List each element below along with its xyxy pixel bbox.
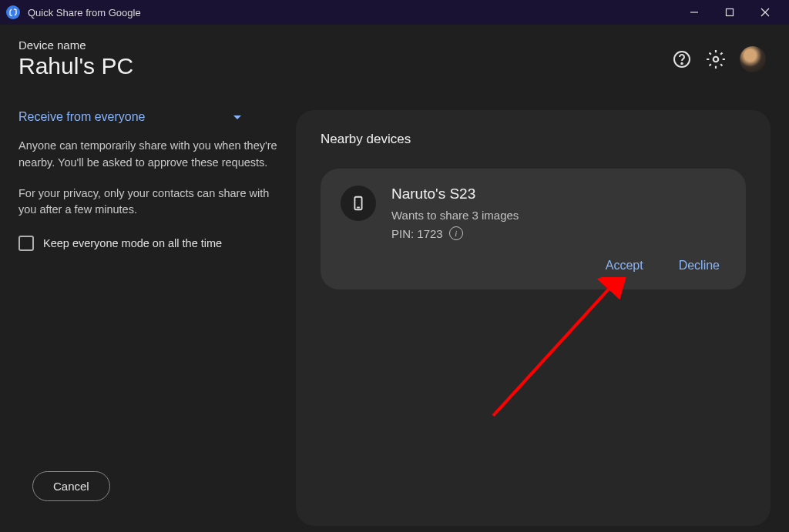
nearby-devices-panel: Nearby devices Naruto's S23 Wants to sha… [296, 110, 771, 526]
visibility-description-2: For your privacy, only your contacts can… [18, 186, 280, 219]
share-description: Wants to share 3 images [391, 209, 726, 222]
minimize-button[interactable] [677, 0, 712, 25]
device-info: Naruto's S23 Wants to share 3 images PIN… [391, 186, 726, 240]
info-icon[interactable]: i [449, 226, 463, 240]
accept-button[interactable]: Accept [599, 256, 650, 276]
window-title: Quick Share from Google [28, 7, 677, 18]
svg-rect-1 [727, 9, 734, 16]
panel-title: Nearby devices [321, 132, 746, 147]
pin-label: PIN: 1723 [391, 227, 443, 240]
window-controls [677, 0, 783, 25]
maximize-button[interactable] [712, 0, 747, 25]
avatar[interactable] [740, 46, 766, 72]
device-name-label: Device name [18, 38, 672, 52]
header-left: Device name Rahul's PC [18, 38, 672, 79]
dropdown-label: Receive from everyone [18, 110, 146, 124]
window-titlebar: Quick Share from Google [0, 0, 789, 25]
header-actions [672, 46, 766, 72]
visibility-dropdown[interactable]: Receive from everyone [18, 110, 280, 124]
close-button[interactable] [747, 0, 783, 25]
app-icon [6, 5, 20, 19]
chevron-down-icon [233, 110, 242, 124]
help-icon[interactable] [672, 49, 692, 69]
cancel-button[interactable]: Cancel [32, 471, 110, 501]
pin-row: PIN: 1723 i [391, 226, 726, 240]
sidebar: Receive from everyone Anyone can tempora… [18, 110, 280, 526]
visibility-description-1: Anyone can temporarily share with you wh… [18, 138, 280, 172]
phone-icon [341, 186, 376, 221]
incoming-share-card: Naruto's S23 Wants to share 3 images PIN… [321, 169, 746, 289]
main-content: Receive from everyone Anyone can tempora… [0, 87, 789, 526]
svg-point-6 [713, 56, 719, 62]
settings-icon[interactable] [706, 49, 726, 69]
checkbox-label: Keep everyone mode on all the time [43, 237, 222, 249]
device-row: Naruto's S23 Wants to share 3 images PIN… [341, 186, 726, 240]
sender-device-name: Naruto's S23 [391, 186, 726, 202]
checkbox-icon [18, 236, 34, 251]
device-name: Rahul's PC [18, 53, 672, 79]
header: Device name Rahul's PC [0, 25, 789, 87]
card-actions: Accept Decline [341, 256, 726, 276]
svg-point-5 [681, 62, 683, 64]
decline-button[interactable]: Decline [673, 256, 726, 276]
keep-everyone-checkbox-row[interactable]: Keep everyone mode on all the time [18, 236, 280, 251]
